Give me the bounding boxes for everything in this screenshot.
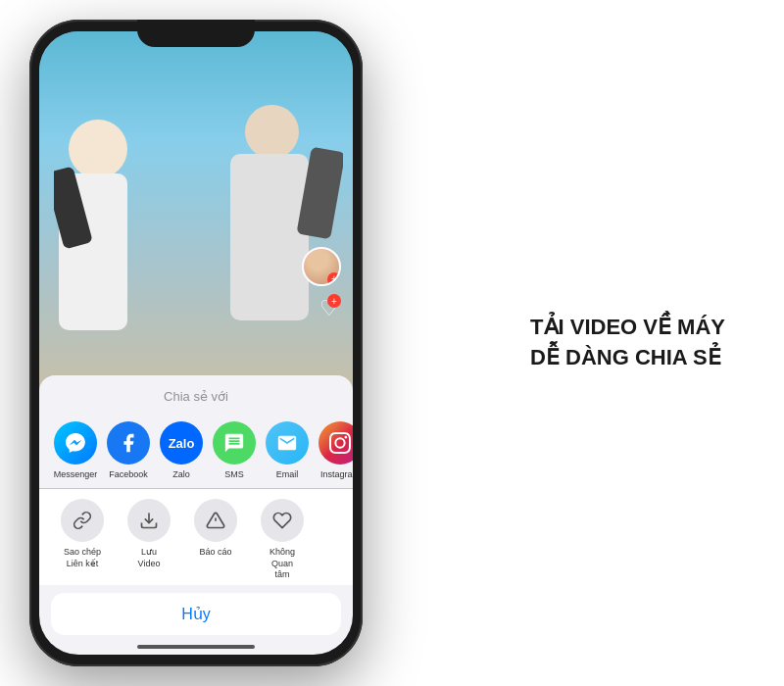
profile-avatar[interactable]: [302, 247, 341, 286]
app-email[interactable]: Email: [261, 421, 314, 480]
not-interested-label: KhôngQuantâm: [270, 547, 295, 581]
phone-mockup: + ♡ Chia sẻ với Messenger: [29, 20, 363, 666]
action-buttons-row: Sao chépLiên kết LưuVideo: [39, 489, 353, 585]
not-interested-icon: [261, 499, 304, 542]
hero-text: TẢI VIDEO VỀ MÁY DỄ DÀNG CHIA SẺ: [530, 313, 725, 373]
video-area: + ♡: [39, 31, 353, 394]
app-sms[interactable]: SMS: [208, 421, 261, 480]
copy-link-icon: [61, 499, 104, 542]
cancel-button[interactable]: Hủy: [51, 593, 341, 635]
app-facebook[interactable]: Facebook: [102, 421, 155, 480]
facebook-label: Facebook: [109, 469, 148, 480]
page-container: + ♡ Chia sẻ với Messenger: [0, 0, 784, 686]
hero-line2: DỄ DÀNG CHIA SẺ: [530, 345, 721, 369]
phone-notch: [137, 20, 255, 47]
share-title: Chia sẻ với: [39, 375, 353, 414]
report-icon: [194, 499, 237, 542]
save-video-label: LưuVideo: [138, 547, 161, 569]
sms-label: SMS: [224, 469, 244, 480]
share-sheet: Chia sẻ với Messenger: [39, 375, 353, 655]
action-not-interested[interactable]: KhôngQuantâm: [249, 499, 316, 581]
phone-screen: + ♡ Chia sẻ với Messenger: [39, 31, 353, 655]
facebook-icon: [107, 421, 150, 465]
save-video-icon: [127, 499, 171, 542]
home-indicator: [137, 645, 255, 649]
app-messenger[interactable]: Messenger: [49, 421, 102, 480]
action-copy-link[interactable]: Sao chépLiên kết: [49, 499, 116, 569]
sms-icon: [213, 421, 256, 465]
zalo-icon: Zalo: [160, 421, 203, 465]
instagram-icon: [318, 421, 353, 465]
copy-link-label: Sao chépLiên kết: [64, 547, 101, 569]
report-label: Báo cáo: [199, 547, 231, 559]
action-report[interactable]: Báo cáo: [182, 499, 249, 559]
app-instagram[interactable]: Instagram: [314, 421, 353, 480]
email-icon: [266, 421, 309, 465]
share-apps-row: Messenger Facebook Zalo: [39, 414, 353, 488]
hero-line1: TẢI VIDEO VỀ MÁY: [530, 315, 725, 339]
instagram-label: Instagram: [320, 469, 353, 480]
app-zalo[interactable]: Zalo Zalo: [155, 421, 208, 480]
email-label: Email: [276, 469, 299, 480]
action-save-video[interactable]: LưuVideo: [116, 499, 182, 569]
zalo-label: Zalo: [172, 469, 190, 480]
messenger-icon: [54, 421, 97, 465]
messenger-label: Messenger: [54, 469, 98, 480]
